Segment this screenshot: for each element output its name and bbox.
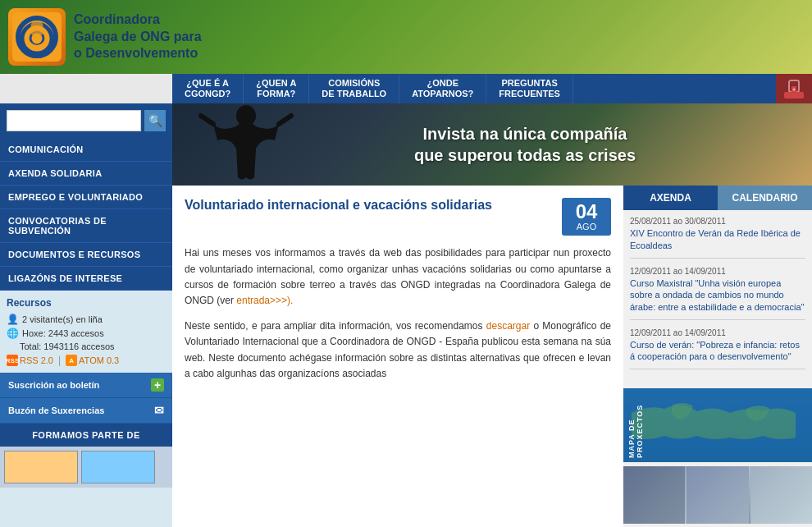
banner-silhouette [197,103,295,186]
event-item-3: 12/09/2011 ao 14/09/2011 Curso de verán:… [630,328,805,370]
event-title-3[interactable]: Curso de verán: "Pobreza e infancia: ret… [630,339,805,363]
svg-point-3 [30,19,43,39]
date-day: 04 [566,202,607,222]
svg-point-2 [30,32,43,45]
body-p2-prefix: Neste sentido, e para ampliar dita infor… [185,320,486,332]
search-button[interactable]: 🔍 [144,110,166,131]
sidebar-item-convocatorias[interactable]: CONVOCATORIAS DE SUBVENCIÓN [0,209,172,243]
sidebar: 🔍 COMUNICACIÓN AXENDA SOLIDARIA EMPREGO … [0,103,172,527]
article-body: Hai uns meses vos informamos a través da… [185,245,611,382]
main-container: 🔍 COMUNICACIÓN AXENDA SOLIDARIA EMPREGO … [0,103,812,527]
banner: Invista na única compañía que superou to… [172,103,812,186]
event-title-2[interactable]: Curso Maxistral "Unha visión europea sob… [630,277,805,313]
navbar: ¿QUE É A CGONGD? ¿QUEN A FORMA? COMISIÓN… [172,74,812,103]
date-month: AGO [566,222,607,231]
rss-icon: RSS [7,355,18,366]
sidebar-item-emprego[interactable]: EMPREGO E VOLUNTARIADO [0,186,172,209]
photo-thumb-3 [750,466,812,524]
search-bar: 🔍 [0,103,172,138]
suscripcion-button[interactable]: Suscrición ao boletín + [0,373,172,398]
sidebar-item-documentos[interactable]: DOCUMENTOS E RECURSOS [0,243,172,267]
axenda-tabs: AXENDA CALENDARIO [623,186,812,210]
event-item-2: 12/09/2011 ao 14/09/2011 Curso Maxistral… [630,267,805,320]
rss-links: RSS RSS 2.0 | A ATOM 0.3 [7,355,166,366]
banner-text: Invista na única compañía que superou to… [414,123,636,166]
photo-thumb-1 [623,466,685,524]
article-right-wrapper: Voluntariado internacional e vacacións s… [172,186,812,527]
entrada-link[interactable]: entrada>>>). [236,295,293,306]
tab-calendario[interactable]: CALENDARIO [718,186,812,210]
sidebar-item-comunicacion[interactable]: COMUNICACIÓN [0,138,172,162]
nav-quen-forma[interactable]: ¿QUEN A FORMA? [244,74,309,103]
partner-logo-1 [4,451,78,483]
tab-axenda[interactable]: AXENDA [623,186,718,210]
recursos-section: Recursos 👤 2 visitante(s) en liña 🌐 Hoxe… [0,291,172,373]
svg-rect-0 [12,12,62,62]
partner-logo-2 [81,451,155,483]
article-area: Voluntariado internacional e vacacións s… [172,186,623,527]
email-icon: ✉ [154,404,164,417]
svg-point-1 [22,24,52,53]
right-panel: AXENDA CALENDARIO 25/08/2011 ao 30/08/20… [623,186,812,527]
person-icon: 👤 [7,314,19,325]
article-title: Voluntariado internacional e vacacións s… [185,198,545,213]
date-badge: 04 AGO [562,198,611,236]
descargar-link[interactable]: descargar [486,320,530,332]
sidebar-item-axenda[interactable]: AXENDA SOLIDARIA [0,162,172,186]
plus-icon: + [151,378,164,392]
sidebar-bottom-label: FORMAMOS PARTE DE [0,424,172,447]
sidebar-logos [0,447,172,488]
article-header: Voluntariado internacional e vacacións s… [185,198,611,236]
rss-link[interactable]: RSS RSS 2.0 [7,355,53,366]
svg-point-6 [793,89,796,91]
today-accesses: 🌐 Hoxe: 2443 accesos [7,328,166,339]
nav-comisions[interactable]: COMISIÓNS DE TRABALLO [309,74,399,103]
content-wrapper: Invista na única compañía que superou to… [172,103,812,527]
map-projects[interactable]: MAPA DE PROXECTOS [623,388,812,462]
nav-preguntas[interactable]: PREGUNTAS FRECUENTES [486,74,573,103]
axenda-content: 25/08/2011 ao 30/08/2011 XIV Encontro de… [623,210,812,384]
logo-icon [8,8,66,66]
search-input[interactable] [7,110,141,131]
total-accesses: Total: 1943116 accesos [7,341,166,351]
recursos-title: Recursos [7,297,166,309]
atom-icon: A [66,355,77,366]
event-date-2: 12/09/2011 ao 14/09/2011 [630,267,805,276]
nav-que-cgongd[interactable]: ¿QUE É A CGONGD? [172,74,244,103]
event-title-1[interactable]: XIV Encontro de Verán da Rede Ibérica de… [630,227,805,251]
separator: | [58,355,61,366]
event-date-3: 12/09/2011 ao 14/09/2011 [630,328,805,337]
event-date-1: 25/08/2011 ao 30/08/2011 [630,217,805,226]
header: Coordinadora Galega de ONG para o Desenv… [0,0,812,74]
logo-text: Coordinadora Galega de ONG para o Desenv… [74,11,202,62]
atom-link[interactable]: A ATOM 0.3 [66,355,119,366]
photo-strip [623,466,812,524]
visitors-count: 👤 2 visitante(s) en liña [7,314,166,325]
photo-thumb-2 [687,466,748,524]
nav-extranet[interactable] [776,74,812,103]
map-overlay-label: MAPA DE PROXECTOS [627,392,644,458]
event-item-1: 25/08/2011 ao 30/08/2011 XIV Encontro de… [630,217,805,259]
buzon-button[interactable]: Buzón de Suxerencias ✉ [0,398,172,424]
logo-area: Coordinadora Galega de ONG para o Desenv… [8,8,202,66]
globe-icon: 🌐 [7,328,19,339]
nav-onde[interactable]: ¿ONDE ATOPARNOS? [399,74,486,103]
sidebar-item-ligazons[interactable]: LIGAZÓNS DE INTERESE [0,267,172,291]
svg-rect-7 [784,92,804,99]
